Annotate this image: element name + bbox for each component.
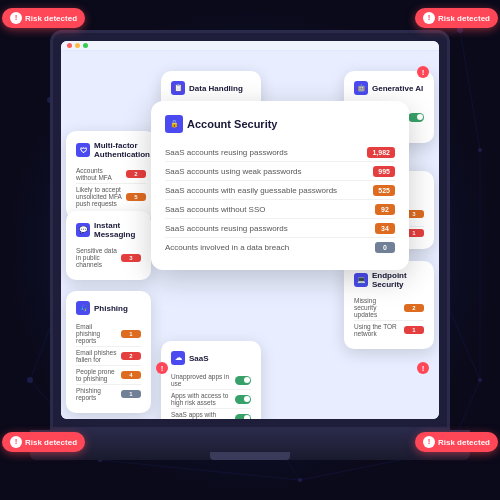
saas-toggle-2[interactable] bbox=[235, 395, 251, 404]
account-security-badge-3: 525 bbox=[373, 185, 395, 196]
card-messaging-title: 💬 Instant Messaging bbox=[76, 221, 141, 239]
phishing-icon: 🎣 bbox=[76, 301, 90, 315]
saas-icon: ☁ bbox=[171, 351, 185, 365]
account-security-row-1: SaaS accounts reusing passwords 1,982 bbox=[165, 143, 395, 162]
endpoint-row-1: Missing security updates 2 bbox=[354, 295, 424, 321]
endpoint-badge-2: 1 bbox=[404, 326, 424, 334]
account-security-badge-6: 0 bbox=[375, 242, 395, 253]
card-messaging: 💬 Instant Messaging Sensitive data in pu… bbox=[66, 211, 151, 280]
svg-point-23 bbox=[298, 478, 302, 482]
phishing-row-4: Phishing reports 1 bbox=[76, 385, 141, 403]
screen-topbar bbox=[61, 41, 439, 51]
account-security-icon: 🔒 bbox=[165, 115, 183, 133]
account-security-badge-5: 34 bbox=[375, 223, 395, 234]
dot-green bbox=[83, 43, 88, 48]
laptop: ! ! ! 📋 Data Handling Widely shared file… bbox=[30, 30, 470, 460]
mfa-row-2: Likely to accept unsolicited MFA push re… bbox=[76, 184, 146, 209]
screen-inner: ! ! ! 📋 Data Handling Widely shared file… bbox=[61, 41, 439, 419]
svg-point-25 bbox=[478, 378, 482, 382]
account-security-row-4: SaaS accounts without SSO 92 bbox=[165, 200, 395, 219]
toggle-generative[interactable] bbox=[408, 113, 424, 122]
phishing-badge-2: 2 bbox=[121, 352, 141, 360]
account-security-row-2: SaaS accounts using weak passwords 995 bbox=[165, 162, 395, 181]
risk-dot-bottom-right: ! bbox=[417, 362, 429, 374]
phishing-badge-4: 1 bbox=[121, 390, 141, 398]
risk-badge-top-left-label: Risk detected bbox=[25, 14, 77, 23]
mfa-badge-1: 2 bbox=[126, 170, 146, 178]
dot-yellow bbox=[75, 43, 80, 48]
saas-row-2: Apps with access to high risk assets bbox=[171, 390, 251, 409]
card-phishing-title: 🎣 Phishing bbox=[76, 301, 141, 315]
risk-badge-bottom-left: Risk detected bbox=[2, 432, 85, 452]
phishing-badge-3: 4 bbox=[121, 371, 141, 379]
data-handling-icon: 📋 bbox=[171, 81, 185, 95]
risk-badge-bottom-right: Risk detected bbox=[415, 432, 498, 452]
saas-toggle-1[interactable] bbox=[235, 376, 251, 385]
mfa-badge-2: 5 bbox=[126, 193, 146, 201]
dot-red bbox=[67, 43, 72, 48]
endpoint-icon: 💻 bbox=[354, 273, 368, 287]
laptop-base bbox=[30, 430, 470, 460]
card-phishing: 🎣 Phishing Email phishing reports 1 Emai… bbox=[66, 291, 151, 413]
card-saas-title: ☁ SaaS bbox=[171, 351, 251, 365]
mfa-row-1: Accounts without MFA 2 bbox=[76, 165, 146, 184]
account-security-row-5: SaaS accounts reusing passwords 34 bbox=[165, 219, 395, 238]
account-security-row-3: SaaS accounts with easily guessable pass… bbox=[165, 181, 395, 200]
saas-row-3: SaaS apps with security breaches bbox=[171, 409, 251, 419]
phishing-badge-1: 1 bbox=[121, 330, 141, 338]
card-mfa: 🛡 Multi-factor Authentication Accounts w… bbox=[66, 131, 156, 219]
screen-content: ! ! ! 📋 Data Handling Widely shared file… bbox=[61, 51, 439, 419]
card-mfa-title: 🛡 Multi-factor Authentication bbox=[76, 141, 146, 159]
risk-badge-bottom-left-label: Risk detected bbox=[25, 438, 77, 447]
risk-dot-bottom-left: ! bbox=[156, 362, 168, 374]
card-account-security-title: 🔒 Account Security bbox=[165, 115, 395, 133]
risk-badge-top-right: Risk detected bbox=[415, 8, 498, 28]
card-generative-ai-title: 🤖 Generative AI bbox=[354, 81, 424, 95]
account-security-badge-1: 1,982 bbox=[367, 147, 395, 158]
card-data-handling-title: 📋 Data Handling bbox=[171, 81, 251, 95]
risk-dot-top-right: ! bbox=[417, 66, 429, 78]
messaging-badge-1: 3 bbox=[121, 254, 141, 262]
phishing-row-2: Email phishes fallen for 2 bbox=[76, 347, 141, 366]
messaging-row-1: Sensitive data in public channels 3 bbox=[76, 245, 141, 270]
risk-badge-bottom-right-label: Risk detected bbox=[438, 438, 490, 447]
account-security-badge-4: 92 bbox=[375, 204, 395, 215]
generative-ai-icon: 🤖 bbox=[354, 81, 368, 95]
laptop-screen: ! ! ! 📋 Data Handling Widely shared file… bbox=[50, 30, 450, 430]
card-account-security: 🔒 Account Security SaaS accounts reusing… bbox=[151, 101, 409, 270]
account-security-row-6: Accounts involved in a data breach 0 bbox=[165, 238, 395, 256]
account-security-badge-2: 995 bbox=[373, 166, 395, 177]
endpoint-row-2: Using the TOR network 1 bbox=[354, 321, 424, 339]
saas-row-1: Unapproved apps in use bbox=[171, 371, 251, 390]
risk-badge-top-right-label: Risk detected bbox=[438, 14, 490, 23]
saas-toggle-3[interactable] bbox=[235, 414, 251, 420]
endpoint-badge-1: 2 bbox=[404, 304, 424, 312]
phishing-row-1: Email phishing reports 1 bbox=[76, 321, 141, 347]
svg-point-19 bbox=[478, 148, 482, 152]
phishing-row-3: People prone to phishing 4 bbox=[76, 366, 141, 385]
card-endpoint-title: 💻 Endpoint Security bbox=[354, 271, 424, 289]
mfa-icon: 🛡 bbox=[76, 143, 90, 157]
card-endpoint: 💻 Endpoint Security Missing security upd… bbox=[344, 261, 434, 349]
card-saas: ☁ SaaS Unapproved apps in use Apps with … bbox=[161, 341, 261, 419]
risk-badge-top-left: Risk detected bbox=[2, 8, 85, 28]
messaging-icon: 💬 bbox=[76, 223, 90, 237]
